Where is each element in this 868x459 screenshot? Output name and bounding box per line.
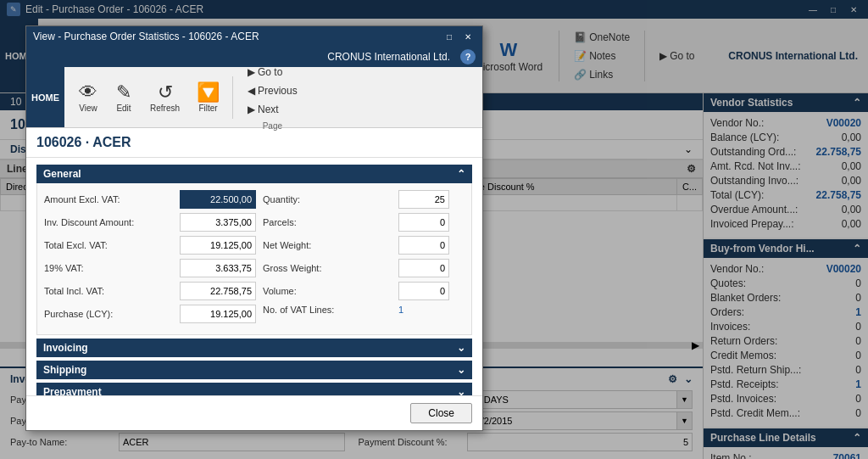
general-section-header[interactable]: General ⌃ — [36, 165, 472, 183]
modal-refresh-icon: ↺ — [158, 81, 173, 104]
modal-overlay: View - Purchase Order Statistics - 10602… — [0, 0, 868, 459]
total-excl-vat-row: Total Excl. VAT: — [44, 236, 256, 255]
modal-maximize-btn[interactable]: □ — [442, 30, 457, 43]
shipping-collapsible-header[interactable]: Shipping ⌄ — [36, 361, 472, 379]
modal-dialog: View - Purchase Order Statistics - 10602… — [25, 25, 483, 431]
total-excl-vat-input[interactable] — [180, 236, 256, 255]
modal-refresh-btn[interactable]: ↺ Refresh — [142, 78, 187, 116]
net-weight-row: Net Weight: — [263, 236, 465, 255]
modal-goto-arrow-icon: ▶ — [248, 66, 255, 78]
modal-content: General ⌃ Amount Excl. VAT: — [26, 158, 482, 395]
total-incl-vat-input[interactable] — [180, 282, 256, 300]
modal-view-btn[interactable]: 👁 View — [71, 78, 105, 116]
modal-home-tab[interactable]: HOME — [26, 67, 64, 127]
modal-title-bar: View - Purchase Order Statistics - 10602… — [26, 26, 482, 47]
modal-next-icon: ▶ — [248, 104, 255, 115]
general-left-fields: Amount Excl. VAT: Inv. Discount Amount: … — [44, 190, 256, 327]
purchase-lcy-input[interactable] — [180, 305, 256, 323]
volume-input[interactable] — [398, 282, 449, 300]
parcels-input[interactable] — [398, 213, 449, 232]
quantity-input[interactable] — [398, 190, 449, 209]
net-weight-input[interactable] — [398, 236, 449, 255]
shipping-collapsible: Shipping ⌄ — [36, 361, 472, 379]
invoicing-collapsible: Invoicing ⌄ — [36, 339, 472, 357]
general-right-fields: Quantity: Parcels: Net Weight: — [263, 190, 465, 327]
gross-weight-row: Gross Weight: — [263, 259, 465, 277]
modal-window-controls[interactable]: □ ✕ — [442, 30, 476, 43]
help-button[interactable]: ? — [460, 49, 476, 64]
vat-row: 19% VAT: — [44, 259, 256, 277]
general-section: General ⌃ Amount Excl. VAT: — [36, 165, 472, 335]
modal-previous-btn[interactable]: ◀ Previous — [243, 82, 302, 99]
modal-divider — [232, 76, 233, 119]
invoicing-collapsible-header[interactable]: Invoicing ⌄ — [36, 339, 472, 357]
modal-view-icon: 👁 — [79, 81, 97, 104]
parcels-row: Parcels: — [263, 213, 465, 232]
modal-page-nav-group: ▶ Go to ◀ Previous ▶ Next Page — [238, 60, 307, 134]
modal-close-btn[interactable]: ✕ — [460, 30, 476, 43]
vat-lines-link[interactable]: 1 — [398, 305, 403, 315]
prepayment-collapsible: Prepayment ⌄ — [36, 383, 472, 395]
inv-discount-input[interactable] — [180, 213, 256, 232]
amount-excl-vat-input[interactable] — [180, 190, 256, 209]
modal-ribbon-content: 👁 View ✎ Edit ↺ Refresh 🔽 Filter — [64, 67, 314, 127]
modal-next-btn[interactable]: ▶ Next — [243, 101, 302, 118]
volume-row: Volume: — [263, 282, 465, 300]
modal-goto-btn[interactable]: ▶ Go to — [243, 64, 302, 81]
modal-ribbon: HOME 👁 View ✎ Edit ↺ Refresh — [26, 67, 482, 128]
invoicing-section-arrow: ⌄ — [457, 342, 465, 354]
purchase-lcy-row: Purchase (LCY): — [44, 305, 256, 323]
prepayment-section-arrow: ⌄ — [457, 386, 465, 395]
prepayment-collapsible-header[interactable]: Prepayment ⌄ — [36, 383, 472, 395]
quantity-row: Quantity: — [263, 190, 465, 209]
gross-weight-input[interactable] — [398, 259, 449, 277]
general-collapse-icon: ⌃ — [457, 168, 465, 180]
modal-company-name: CRONUS International Ltd. — [327, 51, 450, 63]
inv-discount-row: Inv. Discount Amount: — [44, 213, 256, 232]
modal-filter-icon: 🔽 — [197, 81, 220, 104]
modal-filter-btn[interactable]: 🔽 Filter — [189, 78, 227, 116]
total-incl-vat-row: Total Incl. VAT: — [44, 282, 256, 300]
vat-input[interactable] — [180, 259, 256, 277]
modal-record-title: 106026 · ACER — [26, 128, 482, 158]
modal-edit-btn[interactable]: ✎ Edit — [107, 78, 141, 116]
general-section-body: Amount Excl. VAT: Inv. Discount Amount: … — [36, 183, 472, 335]
modal-edit-icon: ✎ — [116, 81, 131, 104]
modal-previous-icon: ◀ — [248, 85, 255, 97]
vat-lines-row: No. of VAT Lines: 1 — [263, 305, 465, 315]
modal-close-button[interactable]: Close — [410, 403, 472, 423]
shipping-section-arrow: ⌄ — [457, 364, 465, 376]
modal-footer: Close — [26, 395, 482, 430]
amount-excl-vat-row: Amount Excl. VAT: — [44, 190, 256, 209]
modal-title: View - Purchase Order Statistics - 10602… — [33, 31, 259, 42]
